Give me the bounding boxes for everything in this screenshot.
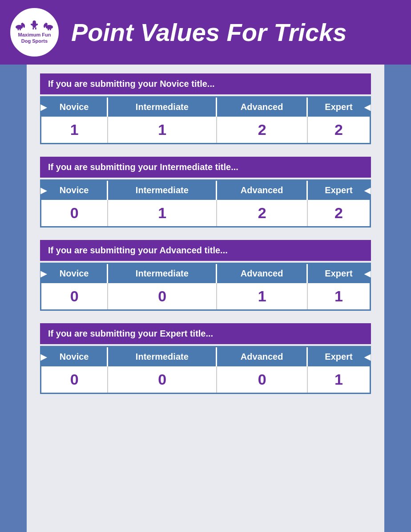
logo-text: Maximum Fun Dog Sports [18,32,51,44]
point-value: 0 [108,366,217,393]
logo: Maximum Fun Dog Sports [9,7,60,58]
point-value: 0 [41,200,108,226]
point-value: 1 [41,117,108,143]
col-header-advanced: Advanced [217,97,308,117]
col-header-intermediate: Intermediate [108,181,217,200]
col-header-intermediate: Intermediate [108,97,217,117]
section-label: If you are submitting your Expert title.… [40,323,371,344]
point-value: 1 [308,283,370,309]
col-header-advanced: Advanced [217,347,308,366]
point-value: 1 [217,283,308,309]
header: Maximum Fun Dog Sports Point Values For … [0,0,411,65]
col-header-expert: Expert [308,264,370,283]
point-value: 2 [217,200,308,226]
point-value: 1 [308,366,370,393]
svg-rect-14 [48,29,49,31]
col-header-intermediate: Intermediate [108,264,217,283]
svg-rect-2 [17,29,19,31]
col-header-advanced: Advanced [217,181,308,200]
point-value: 0 [41,366,108,393]
points-table: NoviceIntermediateAdvancedExpert1122 [40,96,371,144]
logo-dogs [14,20,55,30]
main-content: If you are submitting your Novice title.… [27,65,384,532]
section-label: If you are submitting your Intermediate … [40,157,371,178]
intermediate-section: If you are submitting your Intermediate … [40,157,371,227]
point-value: 2 [308,200,370,226]
svg-rect-15 [49,29,51,31]
dog-icon-3 [43,20,55,30]
point-value: 2 [308,117,370,143]
expert-section: If you are submitting your Expert title.… [40,323,371,394]
col-header-expert: Expert [308,347,370,366]
col-header-novice: Novice [41,97,108,117]
point-value: 1 [108,117,217,143]
novice-section: If you are submitting your Novice title.… [40,73,371,144]
col-header-novice: Novice [41,264,108,283]
points-table: NoviceIntermediateAdvancedExpert0001 [40,346,371,394]
point-value: 0 [41,283,108,309]
col-header-novice: Novice [41,347,108,366]
advanced-section: If you are submitting your Advanced titl… [40,240,371,311]
dog-icon-2 [28,20,41,30]
dog-icon-1 [14,20,27,30]
svg-rect-3 [20,29,21,31]
section-label: If you are submitting your Novice title.… [40,73,371,94]
svg-rect-9 [35,28,36,30]
svg-point-4 [23,24,25,28]
points-table: NoviceIntermediateAdvancedExpert0011 [40,263,371,311]
point-value: 1 [108,200,217,226]
svg-point-16 [44,24,45,28]
point-value: 0 [108,283,217,309]
col-header-novice: Novice [41,181,108,200]
page-title: Point Values For Tricks [71,18,347,47]
svg-rect-8 [32,28,34,30]
col-header-advanced: Advanced [217,264,308,283]
point-value: 2 [217,117,308,143]
col-header-intermediate: Intermediate [108,347,217,366]
col-header-expert: Expert [308,181,370,200]
points-table: NoviceIntermediateAdvancedExpert0122 [40,179,371,227]
section-label: If you are submitting your Advanced titl… [40,240,371,261]
svg-point-7 [32,20,36,24]
point-value: 0 [217,366,308,393]
col-header-expert: Expert [308,97,370,117]
